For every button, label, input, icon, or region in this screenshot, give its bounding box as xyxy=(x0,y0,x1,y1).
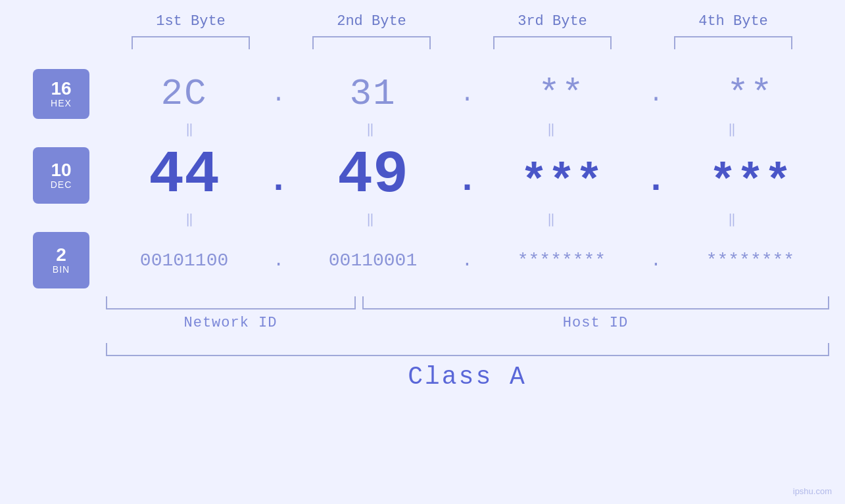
hex-row: 16 HEX 2C . 31 . ** xyxy=(0,69,845,119)
eq1: ‖ xyxy=(118,121,263,137)
dec-byte4: *** xyxy=(671,157,829,209)
hex-dot3: . xyxy=(640,81,672,108)
eq6: ‖ xyxy=(299,211,444,227)
bin-dot1: . xyxy=(263,250,295,271)
bin-byte4: ******** xyxy=(671,250,829,271)
host-id-label: Host ID xyxy=(362,315,829,331)
bin-dot3: . xyxy=(640,250,672,271)
main-container: 1st Byte 2nd Byte 3rd Byte 4th Byte 16 H… xyxy=(0,0,845,504)
bin-badge: 2 BIN xyxy=(33,232,89,288)
dec-dot3: . xyxy=(640,160,672,209)
watermark: ipshu.com xyxy=(793,486,832,496)
hex-dot1: . xyxy=(263,81,295,108)
bin-dot2: . xyxy=(452,250,483,271)
equals-row-2: ‖ ‖ ‖ ‖ xyxy=(101,209,824,229)
byte2-header: 2nd Byte xyxy=(299,13,444,30)
full-bottom-bracket xyxy=(106,343,829,356)
hex-dot2: . xyxy=(452,81,483,108)
eq3: ‖ xyxy=(480,121,625,137)
hex-byte3: ** xyxy=(483,73,640,115)
byte-headers-row: 1st Byte 2nd Byte 3rd Byte 4th Byte xyxy=(101,13,824,30)
hex-badge: 16 HEX xyxy=(33,69,89,119)
class-label: Class A xyxy=(106,363,829,391)
bracket-byte1 xyxy=(132,36,250,49)
bracket-byte3 xyxy=(493,36,612,49)
equals-row-1: ‖ ‖ ‖ ‖ xyxy=(101,119,824,139)
hex-byte1: 2C xyxy=(106,73,263,115)
bottom-section: Network ID Host ID xyxy=(106,296,829,331)
bin-values: 00101100 . 00110001 . ******** . xyxy=(89,250,845,271)
dec-dot1: . xyxy=(263,160,295,209)
hex-byte2: 31 xyxy=(294,73,451,115)
bracket-byte2 xyxy=(312,36,431,49)
top-brackets xyxy=(101,36,824,49)
hex-values: 2C . 31 . ** . ** xyxy=(89,73,845,115)
dec-badge: 10 DEC xyxy=(33,147,89,204)
eq7: ‖ xyxy=(480,211,625,227)
byte1-header: 1st Byte xyxy=(118,13,263,30)
dec-byte3: *** xyxy=(483,157,640,209)
network-bracket xyxy=(106,296,356,309)
host-bracket xyxy=(362,296,829,309)
full-bracket-section: Class A xyxy=(106,343,829,391)
bin-byte2: 00110001 xyxy=(294,250,451,271)
network-id-label: Network ID xyxy=(106,315,356,331)
bin-byte3: ******** xyxy=(483,250,640,271)
bottom-brackets xyxy=(106,296,829,309)
byte3-header: 3rd Byte xyxy=(480,13,625,30)
dec-values: 44 . 49 . *** . *** xyxy=(89,142,845,209)
dec-byte1: 44 xyxy=(106,142,263,209)
dec-row: 10 DEC 44 . 49 . *** xyxy=(0,142,845,209)
eq8: ‖ xyxy=(661,211,806,227)
id-labels: Network ID Host ID xyxy=(106,315,829,331)
eq4: ‖ xyxy=(661,121,806,137)
bin-row: 2 BIN 00101100 . 00110001 . ******** xyxy=(0,232,845,288)
dec-dot2: . xyxy=(452,160,483,209)
bin-byte1: 00101100 xyxy=(106,250,263,271)
byte4-header: 4th Byte xyxy=(661,13,806,30)
bracket-byte4 xyxy=(674,36,792,49)
eq2: ‖ xyxy=(299,121,444,137)
dec-byte2: 49 xyxy=(294,142,451,209)
hex-byte4: ** xyxy=(671,73,829,115)
eq5: ‖ xyxy=(118,211,263,227)
